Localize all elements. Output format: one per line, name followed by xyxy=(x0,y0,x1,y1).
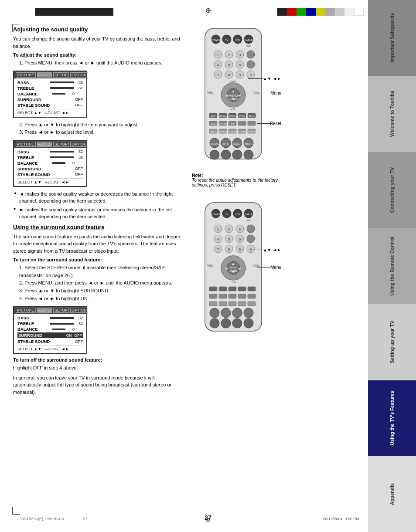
svg-text:►: ► xyxy=(239,267,242,271)
svg-text:MENU: MENU xyxy=(229,94,238,97)
reset-label: Reset xyxy=(270,121,281,126)
sidebar-item-remote[interactable]: Using the Remote Control xyxy=(368,228,416,305)
svg-text:RECALL: RECALL xyxy=(218,115,227,117)
surround-label-1: SURROUND xyxy=(17,97,52,102)
svg-text:1: 1 xyxy=(217,53,219,57)
sidebar-label-features: Using the TV's Features xyxy=(389,391,395,445)
balance-bar-1: 0 xyxy=(52,91,83,96)
svg-text:MTS: MTS xyxy=(223,142,229,145)
bass-label-3: BASS xyxy=(17,315,50,320)
sidebar-item-connecting[interactable]: Connecting your TV xyxy=(368,152,416,228)
bass-bar-2: 32 xyxy=(50,149,83,154)
sidebar-item-appendix[interactable]: Appendix xyxy=(368,456,416,532)
svg-text:MTS/MN: MTS/MN xyxy=(238,130,246,133)
bass-value-1: 32 xyxy=(75,80,83,85)
menu-select-2: SELECT ▲▼ ADJUST ◄► xyxy=(17,178,83,184)
menu-row-treble-3: TREBLE 32 xyxy=(17,321,83,326)
tab-picture-1: PICTURE xyxy=(16,72,36,78)
section2-title: Using the surround sound feature xyxy=(13,224,183,230)
treble-value-1: 32 xyxy=(75,86,83,90)
svg-text:8: 8 xyxy=(228,247,230,251)
menu-row-bass-2: BASS 32 xyxy=(17,149,83,154)
svg-text:7: 7 xyxy=(217,247,219,251)
svg-point-104 xyxy=(247,235,255,243)
stable-label-3: STABLE SOUND xyxy=(17,339,52,344)
svg-text:1: 1 xyxy=(217,227,219,231)
svg-text:TV: TV xyxy=(225,39,228,41)
select-label-2: SELECT ▲▼ xyxy=(17,180,41,184)
svg-text:INV.A: INV.A xyxy=(239,115,245,117)
svg-rect-134 xyxy=(219,294,227,298)
sidebar-label-appendix: Appendix xyxy=(389,483,395,505)
menu-box-3: PICTURE AUDIO SETUP OPTION BASS 32 xyxy=(13,306,87,354)
svg-text:4: 4 xyxy=(217,63,219,67)
svg-text:▲: ▲ xyxy=(232,262,235,266)
color-block-blue xyxy=(306,8,316,16)
stable-label-2: STABLE SOUND xyxy=(17,172,52,177)
tab-audio-3: AUDIO xyxy=(37,308,52,313)
balance-bar-fill-1 xyxy=(52,93,65,95)
sidebar-item-setting[interactable]: Setting up your TV xyxy=(368,304,416,380)
treble-value-3: 32 xyxy=(75,322,83,326)
menu-row-balance-2: BALANCE 0 xyxy=(17,161,83,166)
step1-3: 3. Press ◄ or ► to adjust the level. xyxy=(19,129,183,136)
svg-point-143 xyxy=(210,308,219,318)
menu-row-surround-3: SURROUND ON OFF xyxy=(17,332,83,338)
svg-text:DVD/MNU: DVD/MNU xyxy=(246,130,257,133)
svg-text:TV/VIDEO: TV/VIDEO xyxy=(227,115,237,117)
svg-text:SLEEP: SLEEP xyxy=(233,142,241,145)
select-label-3: SELECT ▲▼ xyxy=(17,347,41,351)
main-content: Adjusting the sound quality You can chan… xyxy=(13,26,366,510)
svg-point-80 xyxy=(210,150,219,159)
color-block-grey1 xyxy=(325,8,335,16)
note-label: Note: xyxy=(192,173,203,178)
treble-bar-fill-2 xyxy=(50,156,74,158)
balance-bar-3: 0 xyxy=(52,327,83,332)
bass-bar-1: 32 xyxy=(50,80,83,85)
tab-setup-3: SETUP xyxy=(53,308,69,313)
step1-2: 2. Press ▲ or ▼ to highlight the item yo… xyxy=(19,121,183,129)
svg-point-147 xyxy=(210,319,219,328)
balance-value-1: 0 xyxy=(67,91,75,96)
section1-intro: You can change the sound quality of your… xyxy=(13,35,183,50)
svg-text:CAPTION: CAPTION xyxy=(218,122,228,125)
section2-intro: The surround sound feature expands the a… xyxy=(13,233,183,255)
svg-text:MUTE: MUTE xyxy=(245,142,252,145)
color-block-green xyxy=(297,8,306,16)
svg-point-145 xyxy=(232,308,242,318)
svg-point-83 xyxy=(244,150,253,159)
bass-bar-fill-2 xyxy=(50,151,74,152)
right-column: POWER TV VCR CABLE DVD 1 2 3 xyxy=(192,26,366,398)
sidebar-item-welcome[interactable]: Welcome to Toshiba xyxy=(368,76,416,152)
color-block-black xyxy=(277,8,287,16)
svg-rect-129 xyxy=(219,287,227,291)
svg-text:EXIT: EXIT xyxy=(211,115,215,117)
menu-row-balance-1: BALANCE 0 xyxy=(17,91,83,96)
svg-text:TV: TV xyxy=(225,213,228,216)
svg-rect-137 xyxy=(248,294,256,298)
svg-text:ENTER: ENTER xyxy=(229,98,238,101)
menu-row-bass-3: BASS 32 xyxy=(17,315,83,320)
section2-turnoff: Highlight OFF in step 4 above. xyxy=(13,364,183,372)
step2-2: 2. Press MENU, and then press ◄ or ► unt… xyxy=(19,279,183,287)
sidebar-item-important[interactable]: Important Safeguards xyxy=(368,0,416,76)
balance-label-1: BALANCE xyxy=(17,91,52,96)
svg-rect-142 xyxy=(248,302,256,306)
menu-row-stable-2: STABLE SOUND OFF xyxy=(17,172,83,177)
menu-body-2: BASS 32 TREBLE 32 xyxy=(14,148,86,186)
svg-point-81 xyxy=(221,150,231,159)
svg-text:CH-: CH- xyxy=(231,281,236,284)
surround-value-3: ON OFF xyxy=(66,333,82,338)
menu-box-2: PICTURE AUDIO SETUP OPTION BASS 32 xyxy=(13,140,87,187)
note-block: Note: To reset the audio adjustments to … xyxy=(192,173,288,187)
tab-audio-2: AUDIO xyxy=(37,142,52,147)
svg-text:2: 2 xyxy=(228,227,230,231)
menu-header-2: PICTURE AUDIO SETUP OPTION xyxy=(14,141,86,148)
svg-text:8: 8 xyxy=(228,73,230,77)
sidebar-item-features[interactable]: Using the TV's Features xyxy=(368,380,416,457)
surround-label-3: SURROUND xyxy=(18,333,53,338)
section1-steps: 1. Press MENU, then press ◄ or ► until t… xyxy=(19,59,183,67)
stable-value-3: OFF xyxy=(75,339,83,344)
svg-text:3: 3 xyxy=(239,53,241,57)
svg-text:DVD/CBL: DVD/CBL xyxy=(218,130,228,133)
